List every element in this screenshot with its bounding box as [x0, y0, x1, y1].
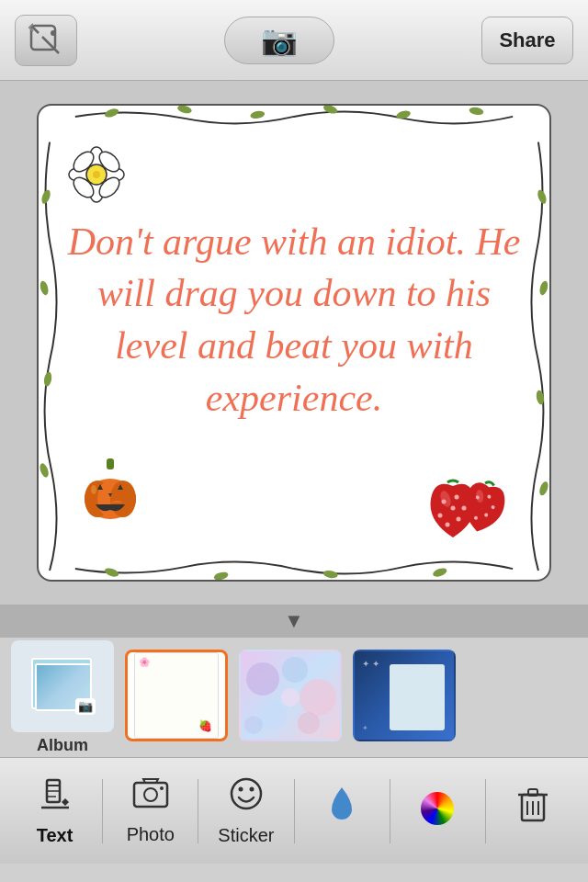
bottom-toolbar: Text Photo Sticker	[0, 757, 588, 864]
bg-item-album[interactable]: 📷 Album	[11, 640, 114, 755]
trash-icon	[516, 786, 549, 831]
svg-point-13	[432, 567, 448, 579]
svg-point-50	[462, 506, 467, 511]
svg-point-9	[469, 107, 484, 117]
svg-point-62	[244, 716, 263, 734]
camera-small-icon: 📷	[75, 698, 96, 715]
background-strip: 📷 Album 🌸 🍓	[0, 638, 588, 757]
svg-point-14	[40, 188, 52, 205]
svg-point-49	[455, 495, 459, 500]
svg-point-11	[213, 571, 229, 580]
camera-icon: 📷	[261, 23, 298, 58]
share-label: Share	[499, 28, 555, 52]
sticker-label: Sticker	[218, 825, 274, 846]
rainbow-tab[interactable]	[390, 783, 485, 840]
svg-point-60	[298, 712, 320, 734]
svg-rect-68	[134, 783, 167, 807]
sticker-pumpkin[interactable]	[77, 457, 143, 529]
chevron-bar[interactable]: ▼	[0, 605, 588, 638]
svg-point-18	[536, 188, 548, 205]
svg-point-2	[51, 30, 56, 36]
bokeh-thumb[interactable]	[239, 650, 342, 741]
top-toolbar: 📷 Share	[0, 0, 588, 81]
card: Don't argue with an idiot. He will drag …	[37, 104, 551, 582]
svg-point-58	[300, 679, 336, 716]
svg-point-20	[536, 390, 546, 405]
svg-point-70	[160, 786, 164, 790]
rainbow-icon	[421, 792, 454, 825]
share-button[interactable]: Share	[481, 17, 573, 64]
photo-label: Photo	[127, 824, 175, 845]
svg-point-17	[39, 462, 51, 479]
bg-item-bokeh[interactable]	[239, 650, 342, 745]
svg-point-7	[322, 106, 339, 115]
waterdrop-icon	[326, 786, 357, 831]
rainbow-circle	[421, 792, 454, 825]
pencil-icon	[38, 776, 73, 820]
album-label: Album	[37, 736, 88, 755]
album-photo-stack: 📷	[26, 654, 99, 718]
tag-icon	[26, 20, 66, 61]
album-thumb[interactable]: 📷	[11, 640, 114, 732]
text-tab[interactable]: Text	[7, 767, 102, 855]
svg-point-4	[104, 107, 120, 119]
darkblue-thumb[interactable]: ✦ ✦ ✦	[353, 650, 456, 741]
svg-line-3	[42, 37, 59, 53]
svg-point-16	[43, 371, 53, 387]
smiley-icon	[229, 776, 264, 820]
color-tab[interactable]	[295, 776, 390, 845]
svg-point-6	[250, 110, 266, 120]
svg-rect-32	[107, 458, 114, 469]
sticker-tab[interactable]: Sticker	[198, 767, 293, 855]
canvas-area: Don't argue with an idiot. He will drag …	[0, 81, 588, 605]
tag-button[interactable]	[15, 15, 77, 66]
bokeh-svg	[244, 651, 336, 740]
stat1-thumb[interactable]: 🌸 🍓	[125, 650, 228, 741]
svg-point-5	[176, 106, 192, 115]
svg-point-61	[281, 688, 300, 707]
svg-point-69	[144, 788, 157, 801]
svg-point-53	[446, 523, 450, 527]
svg-point-57	[282, 657, 308, 683]
svg-point-51	[438, 514, 443, 518]
photo-icon	[132, 777, 169, 819]
svg-point-71	[232, 779, 261, 808]
svg-point-8	[395, 109, 411, 120]
trash-tab[interactable]	[486, 776, 581, 845]
text-label: Text	[37, 825, 74, 846]
svg-point-52	[457, 517, 461, 522]
svg-point-40	[91, 485, 96, 494]
svg-point-72	[238, 786, 243, 791]
svg-point-21	[537, 481, 549, 497]
svg-point-10	[104, 567, 120, 579]
svg-point-56	[246, 662, 279, 695]
sticker-strawberry[interactable]	[423, 469, 524, 543]
svg-point-15	[39, 280, 50, 296]
svg-point-54	[451, 506, 456, 511]
bg-item-darkblue[interactable]: ✦ ✦ ✦	[353, 650, 456, 745]
bg-item-stat1[interactable]: 🌸 🍓	[125, 650, 228, 745]
quote-text[interactable]: Don't argue with an idiot. He will drag …	[66, 133, 522, 506]
photo-tab[interactable]: Photo	[103, 768, 198, 854]
chevron-icon: ▼	[284, 609, 304, 633]
svg-point-36	[110, 481, 136, 517]
svg-point-12	[322, 570, 338, 580]
svg-point-73	[249, 786, 254, 791]
dark-blue-paper	[390, 664, 445, 730]
svg-point-19	[538, 280, 549, 296]
camera-button[interactable]: 📷	[224, 17, 334, 64]
